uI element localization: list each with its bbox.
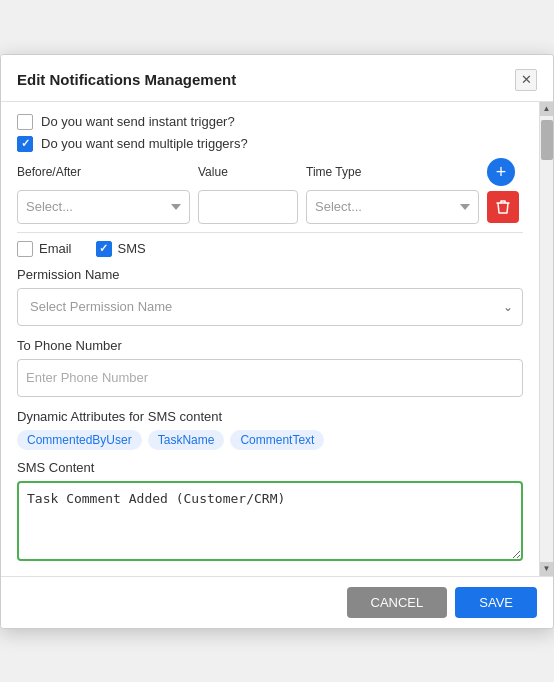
sms-content-label: SMS Content (17, 460, 523, 475)
multiple-triggers-checkbox[interactable] (17, 136, 33, 152)
content-area: Do you want send instant trigger? Do you… (1, 102, 539, 576)
tag-comment-text[interactable]: CommentText (230, 430, 324, 450)
sms-label: SMS (118, 241, 146, 256)
trigger-row: Select... Select... (17, 190, 523, 224)
time-type-wrapper: Select... (306, 190, 479, 224)
scrollbar-area: Do you want send instant trigger? Do you… (1, 102, 553, 576)
sms-channel: SMS (96, 241, 146, 257)
edit-notifications-modal: Edit Notifications Management ✕ Do you w… (0, 54, 554, 629)
permission-select[interactable]: Select Permission Name (17, 288, 523, 326)
scrollbar-thumb[interactable] (541, 120, 553, 160)
modal-footer: CANCEL SAVE (1, 576, 553, 628)
tag-commented-by-user[interactable]: CommentedByUser (17, 430, 142, 450)
dynamic-attrs-label: Dynamic Attributes for SMS content (17, 409, 523, 424)
modal-header: Edit Notifications Management ✕ (1, 55, 553, 102)
scrollbar-down-button[interactable]: ▼ (540, 562, 554, 576)
divider (17, 232, 523, 233)
email-channel: Email (17, 241, 72, 257)
sms-checkbox[interactable] (96, 241, 112, 257)
trigger-labels: Before/After Value Time Type + (17, 158, 523, 186)
email-checkbox[interactable] (17, 241, 33, 257)
permission-select-wrapper: Select Permission Name ⌄ (17, 288, 523, 326)
value-label: Value (198, 165, 298, 179)
scrollbar-track: ▲ ▼ (539, 102, 553, 576)
sms-content-textarea[interactable]: Task Comment Added (Customer/CRM) (17, 481, 523, 561)
instant-trigger-checkbox[interactable] (17, 114, 33, 130)
close-button[interactable]: ✕ (515, 69, 537, 91)
permission-label: Permission Name (17, 267, 523, 282)
tag-task-name[interactable]: TaskName (148, 430, 225, 450)
phone-input[interactable] (17, 359, 523, 397)
cancel-button[interactable]: CANCEL (347, 587, 448, 618)
before-after-wrapper: Select... (17, 190, 190, 224)
multiple-triggers-row: Do you want send multiple triggers? (17, 136, 523, 152)
multiple-triggers-label: Do you want send multiple triggers? (41, 136, 248, 151)
scrollbar-up-button[interactable]: ▲ (540, 102, 554, 116)
instant-trigger-label: Do you want send instant trigger? (41, 114, 235, 129)
add-trigger-button[interactable]: + (487, 158, 515, 186)
trash-icon (496, 199, 510, 215)
time-type-label: Time Type (306, 165, 479, 179)
delete-trigger-button[interactable] (487, 191, 519, 223)
phone-label: To Phone Number (17, 338, 523, 353)
value-input[interactable] (198, 190, 298, 224)
channel-row: Email SMS (17, 241, 523, 257)
modal-title: Edit Notifications Management (17, 71, 236, 88)
before-after-label: Before/After (17, 165, 190, 179)
save-button[interactable]: SAVE (455, 587, 537, 618)
tags-row: CommentedByUser TaskName CommentText (17, 430, 523, 450)
time-type-select[interactable]: Select... (306, 190, 479, 224)
email-label: Email (39, 241, 72, 256)
instant-trigger-row: Do you want send instant trigger? (17, 114, 523, 130)
before-after-select[interactable]: Select... (17, 190, 190, 224)
